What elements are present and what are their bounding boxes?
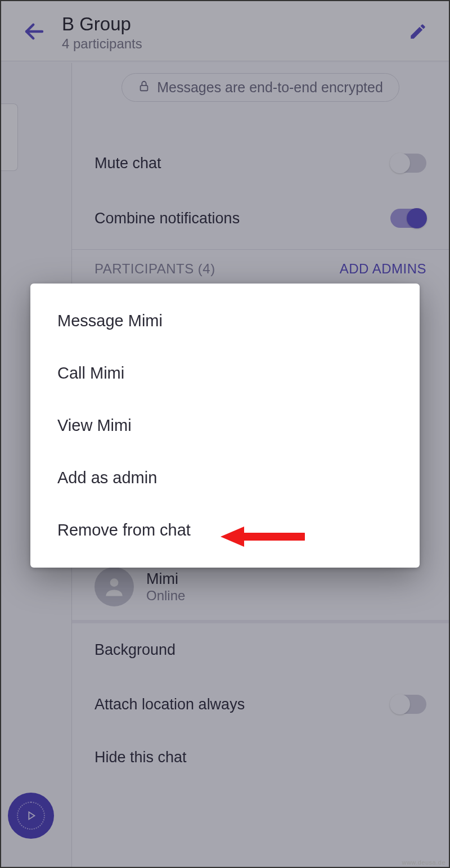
watermark: www.deusa.de xyxy=(402,859,446,866)
menu-message[interactable]: Message Mimi xyxy=(30,295,420,347)
annotation-arrow-icon xyxy=(220,523,305,552)
menu-view[interactable]: View Mimi xyxy=(30,399,420,452)
menu-add-admin[interactable]: Add as admin xyxy=(30,452,420,504)
menu-call[interactable]: Call Mimi xyxy=(30,347,420,399)
svg-marker-7 xyxy=(220,527,244,547)
